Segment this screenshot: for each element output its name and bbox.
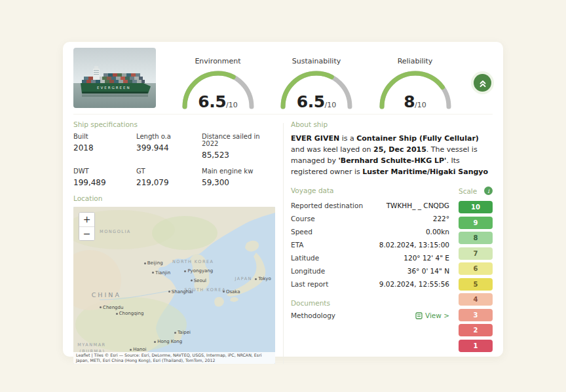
map-label: NORTH KOREA xyxy=(172,259,214,264)
gauge-score: 6.5/10 xyxy=(180,92,256,111)
spec-item: Length o.a399.944 xyxy=(136,133,202,160)
gauge-title: Environment xyxy=(175,57,261,65)
voyage-rows: Reported destinationTWKHH_ _ CNQDGCourse… xyxy=(291,199,449,291)
scale-box-4: 4 xyxy=(459,293,493,306)
header-row: EVERGREEN Environment 6.5/10 xyxy=(73,48,493,115)
voyage-row-label: ETA xyxy=(291,241,303,249)
about-ship-label: About ship xyxy=(291,120,493,128)
voyage-main: Voyage data Reported destinationTWKHH_ _… xyxy=(291,187,449,355)
spec-label: Distance sailed in 2022 xyxy=(202,133,275,147)
vertical-divider xyxy=(283,123,284,364)
zoom-in-button[interactable]: + xyxy=(79,213,94,226)
scale-box-3: 3 xyxy=(459,309,493,321)
gauge-title: Sustainability xyxy=(273,57,360,65)
scroll-top-button[interactable] xyxy=(474,74,491,92)
svg-text:EVERGREEN: EVERGREEN xyxy=(97,86,131,90)
gauge-value: 6.5 xyxy=(198,92,226,111)
documents-label: Documents xyxy=(291,299,449,307)
voyage-row-label: Longitude xyxy=(291,267,325,275)
scale-box-5: 5 xyxy=(459,278,493,291)
map-label: Chongqing xyxy=(116,311,144,316)
about-segment: Luster Maritime/Higaki Sangyo xyxy=(362,168,488,176)
spec-label: Built xyxy=(73,133,136,140)
gauge-environment: Environment 6.5/10 xyxy=(175,57,261,109)
voyage-row: Longitude36° 0' 14" N xyxy=(291,264,449,277)
voyage-data-label: Voyage data xyxy=(291,187,449,194)
voyage-row-label: Course xyxy=(291,215,315,223)
map-label: Osaka xyxy=(223,289,240,294)
map-label: Hong Kong xyxy=(154,339,182,344)
map-label: Pyongyang xyxy=(184,268,213,274)
map-labels: MONGOLIACHINABeijingTianjinNORTH KOREAPy… xyxy=(73,207,275,364)
voyage-row-value: TWKHH_ _ CNQDG xyxy=(387,202,449,209)
gauge-value: 8 xyxy=(404,92,415,111)
content-row: Ship specifications Built2018Length o.a3… xyxy=(73,120,493,364)
gauge-arc: 8/10 xyxy=(377,70,453,109)
voyage-section: Voyage data Reported destinationTWKHH_ _… xyxy=(291,187,493,355)
zoom-out-button[interactable]: − xyxy=(79,226,94,240)
about-segment: and was keel layed on xyxy=(291,145,373,154)
voyage-row-value: 0.00kn xyxy=(426,228,449,236)
scale-box-6: 6 xyxy=(459,262,493,275)
map-label: Tokyo xyxy=(255,276,271,281)
voyage-row-value: 222° xyxy=(433,215,449,223)
ship-photo-illustration: EVERGREEN xyxy=(73,48,156,108)
gauge-sustainability: Sustainability 6.5/10 xyxy=(273,57,360,109)
scale-box-7: 7 xyxy=(459,247,493,260)
right-column: About ship EVER GIVEN is a Container Shi… xyxy=(291,120,493,364)
map-label: Shanghai xyxy=(168,289,193,294)
voyage-row: Course222° xyxy=(291,212,449,225)
scale-box-8: 8 xyxy=(459,232,493,244)
about-segment: is a xyxy=(339,134,356,143)
scale-box-1: 1 xyxy=(459,340,493,352)
scale-box-10: 10 xyxy=(459,201,493,213)
about-segment: 25, Dec 2015 xyxy=(373,145,426,154)
spec-label: Main engine kw xyxy=(202,168,275,175)
spec-grid: Built2018Length o.a399.944Distance saile… xyxy=(73,133,275,187)
voyage-row: Speed0.00kn xyxy=(291,225,449,238)
spec-item: Main engine kw59,300 xyxy=(202,168,275,187)
info-icon[interactable]: i xyxy=(484,187,493,195)
spec-label: GT xyxy=(136,168,202,175)
map-label: Beijing xyxy=(144,260,163,266)
gauge-max: /10 xyxy=(226,101,238,109)
location-map[interactable]: MONGOLIACHINABeijingTianjinNORTH KOREAPy… xyxy=(73,207,275,364)
voyage-row-label: Last report xyxy=(291,280,328,288)
voyage-row-value: 36° 0' 14" N xyxy=(407,267,449,275)
about-text: EVER GIVEN is a Container Ship (Fully Ce… xyxy=(291,133,493,177)
methodology-view-link[interactable]: View > xyxy=(415,312,449,319)
voyage-row: Last report9.02.2024, 12:55:56 xyxy=(291,277,449,291)
gauge-value: 6.5 xyxy=(297,92,325,111)
gauge-reliability: Reliability 8/10 xyxy=(372,57,459,109)
spec-label: Length o.a xyxy=(136,133,202,140)
map-label: Taipei xyxy=(174,330,191,335)
voyage-row: Reported destinationTWKHH_ _ CNQDG xyxy=(291,199,449,212)
map-label: Tianjin xyxy=(152,270,170,276)
spec-value: 59,300 xyxy=(202,178,275,187)
voyage-row-label: Latitude xyxy=(291,254,319,262)
map-attribution: Leaflet | Tiles © Esri — Source: Esri, D… xyxy=(73,352,275,364)
voyage-row-value: 8.02.2024, 13:15:00 xyxy=(379,241,449,249)
voyage-row: ETA8.02.2024, 13:15:00 xyxy=(291,238,449,251)
ship-specifications-label: Ship specifications xyxy=(73,120,275,128)
spec-value: 2018 xyxy=(73,143,136,152)
spec-value: 199,489 xyxy=(73,178,136,187)
methodology-row: Methodology View > xyxy=(291,312,449,319)
voyage-row-label: Reported destination xyxy=(291,202,363,209)
spec-item: DWT199,489 xyxy=(73,168,136,187)
score-gauges: Environment 6.5/10 Sustainability xyxy=(156,57,493,109)
gauge-max: /10 xyxy=(415,101,426,109)
map-label: MYANMAR xyxy=(77,342,105,347)
ship-photo: EVERGREEN xyxy=(73,48,156,108)
map-label: Seoul xyxy=(191,278,206,283)
location-label: Location xyxy=(73,194,275,202)
map-label: JAPAN xyxy=(235,276,252,281)
spec-label: DWT xyxy=(73,168,136,175)
scale-box-2: 2 xyxy=(459,324,493,336)
about-segment: EVER GIVEN xyxy=(291,134,339,143)
gauge-score: 6.5/10 xyxy=(278,92,354,111)
document-icon xyxy=(415,312,423,319)
about-segment: 'Bernhard Schulte-HKG LP' xyxy=(338,156,446,165)
voyage-row-value: 9.02.2024, 12:55:56 xyxy=(379,280,449,288)
scale-label: Scale xyxy=(459,187,477,195)
